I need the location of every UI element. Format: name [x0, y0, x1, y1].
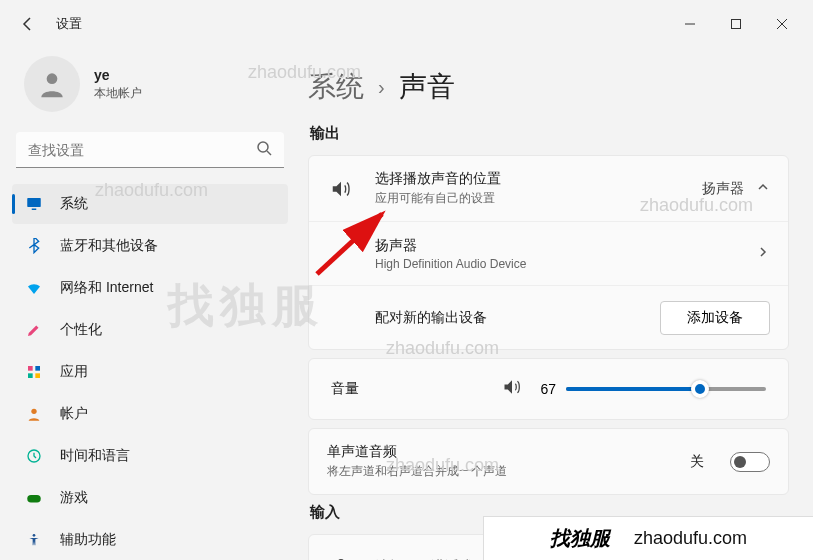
svg-rect-6 — [32, 209, 37, 211]
search-input[interactable] — [16, 132, 284, 168]
accessibility-icon — [24, 530, 44, 550]
user-block[interactable]: ye 本地帐户 — [12, 48, 288, 132]
sidebar-item-label: 游戏 — [60, 489, 88, 507]
brush-icon — [24, 320, 44, 340]
search-wrap — [16, 132, 284, 168]
mono-toggle[interactable] — [730, 452, 770, 472]
svg-point-11 — [31, 409, 36, 414]
sidebar-item-label: 帐户 — [60, 405, 88, 423]
person-icon — [36, 68, 68, 100]
sidebar-item-accounts[interactable]: 帐户 — [12, 394, 288, 434]
bluetooth-icon — [24, 236, 44, 256]
sidebar: ye 本地帐户 系统蓝牙和其他设备网络和 Internet个性化应用帐户时间和语… — [0, 48, 300, 560]
volume-row: 音量 67 — [309, 359, 788, 419]
sidebar-item-network[interactable]: 网络和 Internet — [12, 268, 288, 308]
avatar — [24, 56, 80, 112]
svg-rect-5 — [27, 198, 41, 207]
choose-output-row[interactable]: 选择播放声音的位置 应用可能有自己的设置 扬声器 — [309, 156, 788, 221]
volume-label: 音量 — [331, 380, 359, 398]
apps-icon — [24, 362, 44, 382]
sidebar-item-label: 辅助功能 — [60, 531, 116, 549]
maximize-button[interactable] — [713, 8, 759, 40]
svg-rect-9 — [28, 373, 33, 378]
content-area: 系统 › 声音 输出 选择播放声音的位置 应用可能有自己的设置 扬声器 — [300, 48, 813, 560]
output-section-header: 输出 — [310, 124, 789, 143]
choose-output-sub: 应用可能有自己的设置 — [375, 190, 690, 207]
arrow-left-icon — [20, 16, 36, 32]
sidebar-item-label: 时间和语言 — [60, 447, 130, 465]
svg-point-14 — [33, 534, 36, 537]
volume-group: 音量 67 — [308, 358, 789, 420]
svg-point-2 — [47, 73, 58, 84]
mono-sub: 将左声道和右声道合并成一个声道 — [327, 463, 678, 480]
chevron-right-icon — [756, 245, 770, 262]
title-bar: 设置 — [0, 0, 813, 48]
user-subtitle: 本地帐户 — [94, 85, 142, 102]
choose-output-value: 扬声器 — [702, 180, 744, 198]
svg-rect-1 — [732, 20, 741, 29]
display-icon — [24, 194, 44, 214]
game-icon — [24, 488, 44, 508]
sidebar-item-bluetooth[interactable]: 蓝牙和其他设备 — [12, 226, 288, 266]
volume-value: 67 — [532, 381, 556, 397]
wifi-icon — [24, 278, 44, 298]
mono-group: 单声道音频 将左声道和右声道合并成一个声道 关 — [308, 428, 789, 495]
footer-band: 找独服 zhaodufu.com — [483, 516, 813, 560]
device-title: 扬声器 — [375, 237, 744, 255]
minimize-icon — [685, 19, 695, 29]
pair-output-row: 配对新的输出设备 添加设备 — [309, 285, 788, 349]
close-icon — [777, 19, 787, 29]
svg-rect-7 — [28, 366, 33, 371]
sidebar-item-accessibility[interactable]: 辅助功能 — [12, 520, 288, 560]
sidebar-item-label: 应用 — [60, 363, 88, 381]
footer-brand: 找独服 — [550, 525, 610, 552]
window-controls — [667, 8, 805, 40]
speaker-device-row[interactable]: 扬声器 High Definition Audio Device — [309, 221, 788, 285]
footer-url: zhaodufu.com — [634, 528, 747, 549]
svg-line-4 — [267, 151, 271, 155]
choose-output-title: 选择播放声音的位置 — [375, 170, 690, 188]
sidebar-item-time[interactable]: 时间和语言 — [12, 436, 288, 476]
output-device-group: 选择播放声音的位置 应用可能有自己的设置 扬声器 扬声器 High Defini… — [308, 155, 789, 350]
sidebar-item-personalization[interactable]: 个性化 — [12, 310, 288, 350]
device-sub: High Definition Audio Device — [375, 257, 744, 271]
sidebar-item-label: 个性化 — [60, 321, 102, 339]
chevron-right-icon: › — [378, 76, 385, 99]
breadcrumb-parent[interactable]: 系统 — [308, 68, 364, 106]
breadcrumb-current: 声音 — [399, 68, 455, 106]
mono-title: 单声道音频 — [327, 443, 678, 461]
speaker-icon — [327, 178, 355, 200]
person-icon — [24, 404, 44, 424]
window-title: 设置 — [56, 15, 82, 33]
sidebar-item-apps[interactable]: 应用 — [12, 352, 288, 392]
volume-slider[interactable] — [566, 379, 766, 399]
svg-rect-13 — [27, 495, 41, 503]
svg-rect-10 — [35, 373, 40, 378]
minimize-button[interactable] — [667, 8, 713, 40]
chevron-up-icon — [756, 180, 770, 197]
search-icon — [256, 140, 272, 160]
add-device-button[interactable]: 添加设备 — [660, 301, 770, 335]
sidebar-item-system[interactable]: 系统 — [12, 184, 288, 224]
svg-rect-8 — [35, 366, 40, 371]
mono-row[interactable]: 单声道音频 将左声道和右声道合并成一个声道 关 — [309, 429, 788, 494]
sidebar-item-label: 系统 — [60, 195, 88, 213]
user-name: ye — [94, 67, 142, 83]
clock-icon — [24, 446, 44, 466]
svg-point-3 — [258, 142, 268, 152]
sidebar-item-label: 网络和 Internet — [60, 279, 153, 297]
back-button[interactable] — [8, 4, 48, 44]
volume-icon[interactable] — [502, 377, 522, 401]
mono-state-label: 关 — [690, 453, 704, 471]
sidebar-item-label: 蓝牙和其他设备 — [60, 237, 158, 255]
sidebar-item-gaming[interactable]: 游戏 — [12, 478, 288, 518]
pair-output-title: 配对新的输出设备 — [375, 309, 648, 327]
breadcrumb: 系统 › 声音 — [308, 68, 789, 106]
close-button[interactable] — [759, 8, 805, 40]
maximize-icon — [731, 19, 741, 29]
